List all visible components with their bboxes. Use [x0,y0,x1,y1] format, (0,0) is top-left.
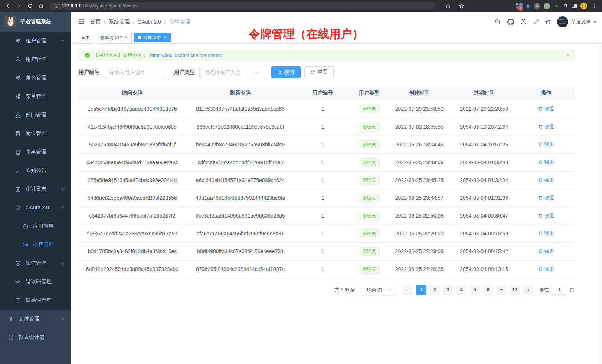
user-id-input[interactable] [104,67,165,78]
breadcrumb-item[interactable]: 首页 [90,19,101,25]
command-extension-icon[interactable]: ⌘ [534,3,540,9]
more-pages-button[interactable]: ••• [496,285,507,295]
page-button-5[interactable]: 5 [470,285,480,295]
created-time-cell: 2022-06-25 23:44:57 [388,189,451,207]
user-id-cell: 1 [295,260,350,278]
sidebar-item-sms[interactable]: 短信管理 [0,254,71,272]
sidebar-item-notice[interactable]: 通知公告 [0,161,71,180]
browser-reload-button[interactable] [25,1,35,11]
extensions-puzzle-icon[interactable] [562,3,568,10]
success-check-icon [85,53,90,58]
bookmark-star-icon[interactable] [457,1,466,11]
sidebar-item-role[interactable]: 角色管理 [0,69,71,87]
browser-home-button[interactable] [36,1,46,11]
profile-avatar[interactable] [580,3,587,9]
force-logout-button[interactable]: 强退 [538,195,554,201]
sidebar-item-report-designer[interactable]: 报表设计器 [0,328,71,347]
user-menu[interactable]: 芋道源码 [557,16,596,27]
sidebar-item-oauth2[interactable]: OAuth 2.0 [0,198,71,217]
sidebar-item-user[interactable]: 用户管理 [0,50,71,69]
fullscreen-icon[interactable] [533,19,539,25]
breadcrumb-item[interactable]: 系统管理 [109,19,130,25]
force-logout-button[interactable]: 强退 [538,123,554,130]
alert-close-icon[interactable]: ✕ [566,52,570,58]
sidebar-item-oauth2-app[interactable]: 应用管理 [0,217,71,235]
app-logo[interactable]: 芋道管理系统 [0,12,71,32]
github-icon[interactable] [507,19,514,25]
page-button-3[interactable]: 3 [443,285,453,295]
tab-close-icon[interactable]: × [125,35,128,40]
recorder-extension-icon[interactable] [544,3,550,9]
user-type-select[interactable]: 请选择用户类型 [199,67,262,78]
scrollbar[interactable] [599,44,602,364]
sidebar-item-audit-log[interactable]: 审计日志 [0,180,71,198]
expire-time-cell: 2054-03-04 00:15:42 [451,242,517,260]
force-logout-button[interactable]: 强退 [538,212,554,219]
tab-首页[interactable]: 首页 [77,33,94,42]
tab-敏感词管理[interactable]: 敏感词管理× [96,33,132,42]
user-type-cell: 管理员 [350,118,388,136]
chevron-down-icon [388,288,391,291]
table-row: b0d1785bc3a8482f812db4a3f3bd15ecb0df4980… [79,242,575,260]
force-logout-button[interactable]: 强退 [538,177,554,183]
force-logout-button[interactable]: 强退 [538,230,554,237]
edit-icon [15,186,21,192]
page-size-select[interactable]: 10条/页 [360,285,396,295]
page-button-2[interactable]: 2 [429,285,440,295]
column-header: 访问令牌 [79,86,186,100]
page-button-12[interactable]: 12 [510,285,520,295]
sidebar-item-pay[interactable]: ¥支付管理 [0,310,71,328]
next-page-button[interactable]: › [523,285,533,295]
force-logout-button[interactable]: 强退 [538,141,554,148]
force-logout-button[interactable]: 强退 [538,106,554,112]
collapse-sidebar-icon[interactable] [77,18,85,26]
sidebar-item-label: 通知公告 [26,167,46,174]
force-logout-button[interactable]: 强退 [538,159,554,166]
share-icon[interactable] [443,1,453,11]
sidebar-item-dept[interactable]: 部门管理 [0,106,71,124]
user-id-cell: 1 [295,171,350,189]
user-type-cell: 管理员 [350,225,388,242]
help-icon[interactable] [520,19,527,25]
doc-link[interactable]: https://doc.iocoder.cn/user-center/ [150,53,223,58]
user-id-cell: 1 [295,118,350,136]
force-logout-button[interactable]: 强退 [538,266,554,272]
page-button-1[interactable]: 1 [416,285,426,295]
sidebar-item-sensitive-word[interactable]: 敏感词管理 [0,291,71,310]
page-button-6[interactable]: 6 [483,285,493,295]
user-type-tag: 管理员 [359,158,380,167]
goto-label: 前往 [539,287,549,293]
user-type-tag: 管理员 [359,176,380,185]
search-button[interactable]: 搜索 [271,66,301,78]
sidebar-item-tenant[interactable]: 租户管理 [0,32,71,50]
reset-button[interactable]: 重置 [304,66,334,78]
side-panel-icon[interactable] [572,4,577,8]
shield-icon [15,260,21,266]
goto-page-input[interactable] [552,285,567,295]
gem-extension-icon[interactable]: ◆ [526,3,530,9]
sidebar-item-oauth2-token[interactable]: 令牌管理 [0,235,71,254]
site-info-icon[interactable] [54,4,59,8]
browser-forward-button[interactable] [14,1,24,11]
sidebar-item-dict[interactable]: 字典管理 [0,143,71,161]
page-button-4[interactable]: 4 [456,285,467,295]
star-extension-icon[interactable]: ✶ [554,3,559,9]
access-token-cell: 502375b8040a469a9b82188afdf6af1f [79,136,186,153]
search-icon[interactable] [495,19,501,25]
created-time-cell: 2022-06-25 22:29:03 [388,242,451,260]
sidebar-item-error-code[interactable]: </>错误码管理 [0,272,71,291]
access-token-cell: c347026e805e4d99b0d116eae66eda8c [79,153,186,171]
force-logout-button[interactable]: 强退 [538,248,554,255]
prev-page-button[interactable]: ‹ [403,285,413,295]
extension-badge-icon[interactable]: 9 [516,3,522,9]
breadcrumb-item[interactable]: OAuth 2.0 [138,19,161,25]
tab-close-icon[interactable]: × [164,35,167,40]
sidebar-item-post[interactable]: 岗位管理 [0,124,71,143]
tab-令牌管理[interactable]: 令牌管理× [134,33,171,42]
fontsize-icon[interactable]: тT [545,19,551,25]
sidebar-item-menu[interactable]: 菜单管理 [0,87,71,106]
browser-back-button[interactable] [3,1,13,11]
address-bar[interactable]: 127.0.0.1:1024/system/oauth2/token [50,2,436,10]
page-suffix-label: 页 [570,287,575,293]
browser-menu-icon[interactable]: ⋮ [591,3,598,9]
